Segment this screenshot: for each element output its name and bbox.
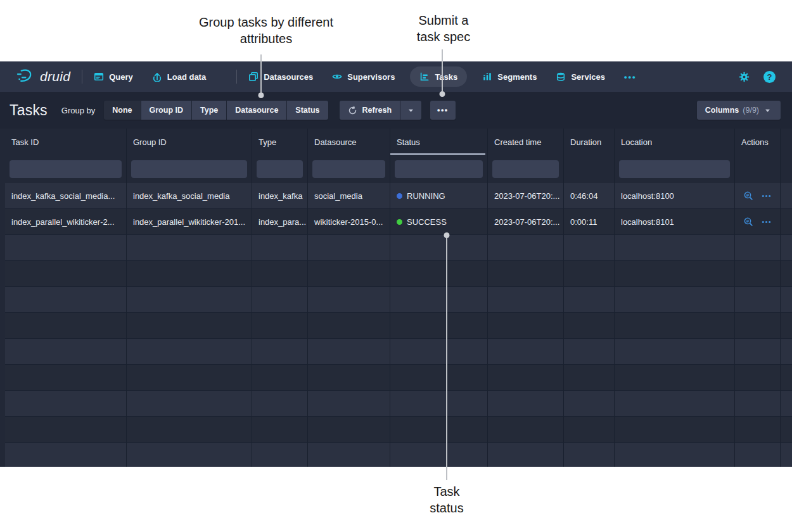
cell-duration: 0:46:04 bbox=[564, 183, 615, 209]
column-header-task-id[interactable]: Task ID bbox=[5, 129, 127, 155]
columns-label: Columns bbox=[705, 106, 739, 115]
empty-cell bbox=[390, 443, 488, 467]
nav-item-services[interactable]: Services bbox=[556, 72, 605, 82]
group-by-button-group-id[interactable]: Group ID bbox=[141, 101, 191, 120]
annotation-line: task spec bbox=[393, 28, 494, 45]
cell-location: localhost:8101 bbox=[615, 209, 735, 235]
empty-cell bbox=[735, 261, 781, 287]
filter-input-group-id[interactable] bbox=[131, 160, 247, 178]
column-header-actions[interactable]: Actions bbox=[735, 129, 781, 155]
row-gutter bbox=[781, 417, 792, 443]
empty-cell bbox=[5, 313, 127, 339]
group-by-button-none[interactable]: None bbox=[104, 101, 140, 120]
settings-gear-icon[interactable] bbox=[739, 72, 750, 82]
annotation-line: Task bbox=[396, 483, 497, 500]
column-header-location[interactable]: Location bbox=[615, 129, 735, 155]
group-by-button-status[interactable]: Status bbox=[287, 101, 328, 120]
cell-duration: 0:00:11 bbox=[564, 209, 615, 235]
navbar-right: ? bbox=[739, 71, 776, 83]
columns-button[interactable]: Columns (9/9) bbox=[697, 101, 781, 120]
empty-cell bbox=[252, 417, 308, 443]
empty-cell bbox=[488, 417, 564, 443]
cell-task-id: index_kafka_social_media... bbox=[5, 183, 127, 209]
empty-cell bbox=[308, 365, 390, 391]
group-by-button-type[interactable]: Type bbox=[192, 101, 226, 120]
empty-cell bbox=[735, 417, 781, 443]
group-by-button-group: NoneGroup IDTypeDatasourceStatus bbox=[104, 101, 328, 120]
filter-input-task-id[interactable] bbox=[10, 160, 122, 178]
empty-cell bbox=[564, 287, 615, 313]
empty-cell bbox=[390, 235, 488, 261]
filter-cell-datasource bbox=[308, 155, 390, 183]
refresh-interval-dropdown-button[interactable] bbox=[400, 101, 421, 120]
nav-item-load-data[interactable]: Load data bbox=[152, 72, 206, 82]
empty-cell bbox=[390, 391, 488, 417]
table-row-empty bbox=[0, 261, 792, 287]
group-by-button-datasource[interactable]: Datasource bbox=[227, 101, 286, 120]
empty-cell bbox=[564, 391, 615, 417]
druid-logo-icon bbox=[15, 67, 34, 86]
filter-input-type[interactable] bbox=[257, 160, 303, 178]
column-header-datasource[interactable]: Datasource bbox=[308, 129, 390, 155]
nav-item-supervisors[interactable]: Supervisors bbox=[332, 72, 395, 82]
empty-cell bbox=[488, 339, 564, 365]
filter-input-created-time[interactable] bbox=[492, 160, 559, 178]
column-header-status[interactable]: Status bbox=[390, 129, 488, 155]
row-gutter bbox=[0, 287, 5, 313]
empty-cell bbox=[735, 287, 781, 313]
column-header-created-time[interactable]: Created time bbox=[488, 129, 564, 155]
filter-cell-task-id bbox=[5, 155, 127, 183]
row-gutter bbox=[781, 209, 792, 235]
view-task-detail-icon[interactable] bbox=[743, 191, 754, 201]
row-gutter bbox=[0, 443, 5, 467]
druid-logo[interactable]: druid bbox=[15, 67, 70, 86]
row-gutter bbox=[0, 365, 5, 391]
empty-cell bbox=[390, 365, 488, 391]
refresh-button-group: Refresh bbox=[340, 101, 422, 120]
row-more-actions-icon[interactable] bbox=[761, 191, 772, 201]
column-header-duration[interactable]: Duration bbox=[564, 129, 615, 155]
filter-input-status[interactable] bbox=[395, 160, 483, 178]
help-icon[interactable]: ? bbox=[763, 71, 776, 83]
column-header-group-id[interactable]: Group ID bbox=[127, 129, 252, 155]
nav-item-label: Tasks bbox=[435, 72, 457, 82]
filter-input-location[interactable] bbox=[619, 160, 730, 178]
empty-cell bbox=[488, 287, 564, 313]
status-text: SUCCESS bbox=[407, 217, 447, 227]
cell-status: RUNNING bbox=[390, 183, 488, 209]
tasks-icon bbox=[419, 72, 430, 82]
nav-item-label: Datasources bbox=[264, 72, 313, 82]
filter-cell-actions bbox=[735, 155, 781, 183]
nav-item-tasks[interactable]: Tasks bbox=[410, 66, 467, 87]
row-gutter bbox=[0, 417, 5, 443]
empty-cell bbox=[252, 365, 308, 391]
row-more-actions-icon[interactable] bbox=[761, 217, 772, 227]
filter-input-datasource[interactable] bbox=[312, 160, 385, 178]
empty-cell bbox=[488, 391, 564, 417]
nav-item-datasources[interactable]: Datasources bbox=[248, 72, 313, 82]
empty-cell bbox=[5, 287, 127, 313]
nav-item-label: Load data bbox=[167, 72, 206, 82]
nav-item-label: Segments bbox=[497, 72, 537, 82]
refresh-label: Refresh bbox=[362, 106, 392, 115]
nav-item-segments[interactable]: Segments bbox=[482, 72, 537, 82]
empty-cell bbox=[127, 287, 252, 313]
refresh-button[interactable]: Refresh bbox=[340, 101, 400, 120]
cell-created-time: 2023-07-06T20:... bbox=[488, 183, 564, 209]
empty-cell bbox=[252, 287, 308, 313]
row-gutter bbox=[781, 183, 792, 209]
more-actions-button[interactable]: ••• bbox=[430, 101, 456, 120]
nav-item-more[interactable]: ••• bbox=[624, 72, 637, 82]
table-filter-row bbox=[0, 155, 792, 183]
column-header-type[interactable]: Type bbox=[252, 129, 308, 155]
empty-cell bbox=[308, 391, 390, 417]
empty-cell bbox=[615, 313, 735, 339]
nav-item-label: ••• bbox=[624, 72, 637, 82]
empty-cell bbox=[252, 391, 308, 417]
chevron-down-icon bbox=[763, 106, 772, 115]
view-task-detail-icon[interactable] bbox=[743, 217, 754, 227]
filter-cell-created-time bbox=[488, 155, 564, 183]
nav-item-query[interactable]: Query bbox=[94, 72, 133, 82]
empty-cell bbox=[390, 339, 488, 365]
chevron-down-icon bbox=[406, 106, 416, 115]
